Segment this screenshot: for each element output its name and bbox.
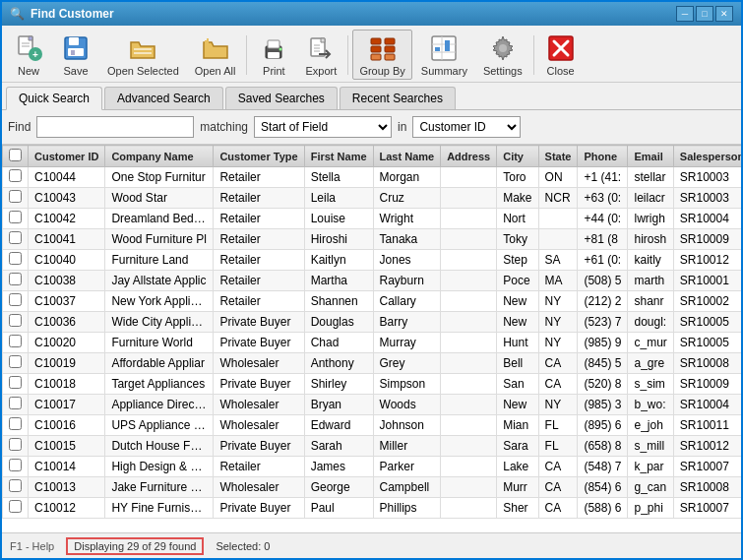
col-header-phone[interactable]: Phone [578, 146, 628, 167]
row-checkbox-cell[interactable] [3, 353, 29, 374]
search-input[interactable] [36, 116, 194, 138]
export-button[interactable]: Export [298, 30, 343, 80]
table-row[interactable]: C10013 Jake Furniture Wa: Wholesaler Geo… [3, 477, 742, 498]
table-row[interactable]: C10040 Furniture Land Retailer Kaitlyn J… [3, 250, 742, 271]
table-row[interactable]: C10012 HY Fine Furnishing Private Buyer … [3, 498, 742, 519]
row-checkbox-cell[interactable] [3, 436, 29, 457]
cell-city: Nort [497, 209, 538, 229]
row-checkbox-cell[interactable] [3, 188, 29, 209]
col-header-last-name[interactable]: Last Name [373, 146, 441, 167]
minimize-button[interactable]: ─ [676, 6, 694, 22]
tab-quick-search[interactable]: Quick Search [6, 87, 102, 110]
col-header-company-name[interactable]: Company Name [105, 146, 214, 167]
row-checkbox[interactable] [9, 397, 22, 409]
cell-first-name: Louise [304, 209, 373, 229]
row-checkbox[interactable] [9, 211, 22, 223]
row-checkbox[interactable] [9, 252, 22, 265]
window-close-button[interactable]: ✕ [715, 6, 733, 22]
save-button[interactable]: Save [53, 30, 98, 80]
tab-recent-searches[interactable]: Recent Searches [340, 87, 456, 109]
main-window: 🔍 Find Customer ─ □ ✕ + New [0, 0, 743, 560]
row-checkbox[interactable] [9, 314, 22, 327]
in-select[interactable]: Customer ID Company Name First Name Last… [412, 116, 521, 138]
table-row[interactable]: C10038 Jay Allstate Applic Retailer Mart… [3, 271, 742, 291]
table-row[interactable]: C10019 Affordable Appliar Wholesaler Ant… [3, 353, 742, 374]
row-checkbox[interactable] [9, 273, 22, 285]
matching-select[interactable]: Start of Field Any Part Whole Field Ends… [254, 116, 392, 138]
row-checkbox[interactable] [9, 479, 22, 492]
row-checkbox-cell[interactable] [3, 498, 29, 519]
row-checkbox-cell[interactable] [3, 291, 29, 312]
row-checkbox[interactable] [9, 335, 22, 347]
in-label: in [398, 120, 406, 134]
table-row[interactable]: C10044 One Stop Furnitur Retailer Stella… [3, 167, 742, 188]
cell-customer-id: C10044 [29, 167, 105, 188]
table-row[interactable]: C10017 Appliance Direct, : Wholesaler Br… [3, 395, 742, 415]
cell-last-name: Parker [373, 457, 441, 477]
new-button[interactable]: + New [6, 30, 51, 80]
table-row[interactable]: C10042 Dreamland Beddin Retailer Louise … [3, 209, 742, 229]
row-checkbox[interactable] [9, 417, 22, 430]
close-button[interactable]: Close [538, 30, 584, 80]
table-row[interactable]: C10020 Furniture World Private Buyer Cha… [3, 333, 742, 353]
toolbar-separator-2 [347, 35, 348, 75]
row-checkbox[interactable] [9, 438, 22, 451]
table-row[interactable]: C10015 Dutch House Furn Private Buyer Sa… [3, 436, 742, 457]
row-checkbox[interactable] [9, 500, 22, 513]
row-checkbox[interactable] [9, 376, 22, 389]
table-row[interactable]: C10014 High Design & Mfc Retailer James … [3, 457, 742, 477]
maximize-button[interactable]: □ [696, 6, 713, 22]
row-checkbox-cell[interactable] [3, 271, 29, 291]
row-checkbox[interactable] [9, 459, 22, 471]
tab-saved-searches[interactable]: Saved Searches [225, 87, 338, 109]
print-button[interactable]: Print [251, 30, 296, 80]
row-checkbox-cell[interactable] [3, 209, 29, 229]
table-row[interactable]: C10043 Wood Star Retailer Leila Cruz Mak… [3, 188, 742, 209]
cell-salesperson: SR10008 [673, 477, 741, 498]
row-checkbox-cell[interactable] [3, 167, 29, 188]
col-header-city[interactable]: City [497, 146, 538, 167]
row-checkbox-cell[interactable] [3, 457, 29, 477]
col-header-first-name[interactable]: First Name [304, 146, 373, 167]
col-header-customer-id[interactable]: Customer ID [29, 146, 105, 167]
col-header-state[interactable]: State [538, 146, 578, 167]
row-checkbox-cell[interactable] [3, 250, 29, 271]
col-header-email[interactable]: Email [628, 146, 673, 167]
row-checkbox-cell[interactable] [3, 374, 29, 395]
col-header-checkbox[interactable] [3, 146, 29, 167]
row-checkbox-cell[interactable] [3, 312, 29, 333]
cell-phone: +1 (41: [578, 167, 628, 188]
row-checkbox-cell[interactable] [3, 395, 29, 415]
row-checkbox[interactable] [9, 169, 22, 182]
settings-button[interactable]: Settings [476, 30, 529, 80]
row-checkbox-cell[interactable] [3, 415, 29, 436]
row-checkbox[interactable] [9, 231, 22, 244]
row-checkbox-cell[interactable] [3, 333, 29, 353]
cell-address [441, 188, 497, 209]
table-row[interactable]: C10037 New York Applianc Retailer Shanne… [3, 291, 742, 312]
cell-customer-id: C10012 [29, 498, 105, 519]
open-selected-button[interactable]: Open Selected [100, 30, 186, 80]
row-checkbox-cell[interactable] [3, 229, 29, 250]
table-row[interactable]: C10036 Wide City Applian: Private Buyer … [3, 312, 742, 333]
row-checkbox[interactable] [9, 190, 22, 203]
cell-customer-type: Retailer [214, 229, 304, 250]
row-checkbox[interactable] [9, 355, 22, 368]
cell-company-name: Furniture Land [105, 250, 214, 271]
tab-advanced-search[interactable]: Advanced Search [104, 87, 223, 109]
col-header-address[interactable]: Address [441, 146, 497, 167]
table-row[interactable]: C10016 UPS Appliance & E Wholesaler Edwa… [3, 415, 742, 436]
col-header-salesperson[interactable]: Salesperson [673, 146, 741, 167]
table-row[interactable]: C10041 Wood Furniture Pl Retailer Hirosh… [3, 229, 742, 250]
table-row[interactable]: C10018 Target Appliances Private Buyer S… [3, 374, 742, 395]
svg-rect-8 [71, 50, 75, 55]
group-by-button[interactable]: Group By [352, 30, 411, 80]
cell-salesperson: SR10002 [673, 291, 741, 312]
row-checkbox[interactable] [9, 293, 22, 306]
col-header-customer-type[interactable]: Customer Type [214, 146, 304, 167]
summary-button[interactable]: Summary [414, 30, 474, 80]
select-all-checkbox[interactable] [9, 149, 22, 161]
open-all-button[interactable]: Open All [188, 30, 243, 80]
cell-salesperson: SR10008 [673, 353, 741, 374]
row-checkbox-cell[interactable] [3, 477, 29, 498]
